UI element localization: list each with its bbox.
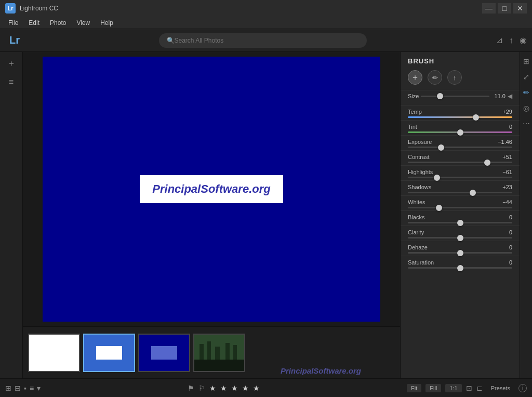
app-icon: Lr bbox=[5, 3, 16, 14]
tint-thumb[interactable] bbox=[457, 129, 463, 136]
share-icon[interactable]: ↑ bbox=[509, 36, 513, 45]
size-track[interactable] bbox=[421, 96, 489, 97]
library-icon[interactable]: ≡ bbox=[4, 75, 19, 89]
menu-help[interactable]: Help bbox=[96, 18, 117, 28]
split-icon[interactable]: ⊏ bbox=[476, 384, 483, 392]
fill-button[interactable]: Fill bbox=[425, 384, 441, 392]
saturation-label: Saturation bbox=[408, 259, 434, 266]
app-logo-text: Lr bbox=[8, 5, 14, 11]
blacks-thumb[interactable] bbox=[457, 220, 463, 226]
sort-icon[interactable]: ≡ bbox=[30, 384, 34, 392]
saturation-track[interactable] bbox=[408, 267, 512, 269]
menu-view[interactable]: View bbox=[72, 18, 94, 28]
bottom-left: ⊞ ⊟ ▪ ≡ ▾ bbox=[5, 384, 41, 392]
contrast-slider-row: Contrast +51 bbox=[401, 151, 520, 166]
titlebar-left: Lr Lightroom CC bbox=[5, 3, 58, 14]
blacks-label: Blacks bbox=[408, 214, 424, 220]
fit-button[interactable]: Fit bbox=[407, 384, 421, 392]
brush-erase-button[interactable]: ✏ bbox=[428, 70, 442, 85]
add-icon[interactable]: ＋ bbox=[4, 56, 19, 71]
sliders-icon[interactable]: ⊞ bbox=[521, 56, 531, 67]
brush-upload-button[interactable]: ↑ bbox=[447, 70, 462, 85]
temp-label: Temp bbox=[408, 109, 422, 115]
exposure-label: Exposure bbox=[408, 139, 432, 145]
menu-file[interactable]: File bbox=[4, 18, 22, 28]
tint-value: 0 bbox=[509, 124, 512, 130]
search-icon: 🔍 bbox=[167, 37, 175, 44]
image-overlay-text: PrincipalSoftware.org bbox=[140, 175, 283, 203]
temp-track[interactable] bbox=[408, 116, 512, 118]
blacks-slider-row: Blacks 0 bbox=[401, 211, 520, 226]
dehaze-thumb[interactable] bbox=[457, 250, 463, 256]
saturation-value: 0 bbox=[509, 259, 512, 266]
exposure-thumb[interactable] bbox=[438, 144, 444, 151]
flag-icon[interactable]: ⚑ bbox=[188, 384, 194, 392]
sort-arrow-icon[interactable]: ▾ bbox=[37, 384, 41, 392]
minimize-button[interactable]: — bbox=[482, 3, 496, 14]
titlebar: Lr Lightroom CC — □ ✕ bbox=[0, 0, 532, 17]
star-1[interactable]: ★ bbox=[209, 384, 216, 392]
blacks-value: 0 bbox=[509, 214, 512, 220]
brush-section: BRUSH ＋ ✏ ↑ Size 11.0 ◀ bbox=[401, 52, 520, 105]
exposure-track[interactable] bbox=[408, 147, 512, 148]
single-view-icon[interactable]: ▪ bbox=[24, 384, 26, 392]
compare-icon[interactable]: ⊡ bbox=[466, 384, 472, 392]
brush-add-button[interactable]: ＋ bbox=[408, 70, 422, 85]
highlights-slider-row: Highlights −61 bbox=[401, 166, 520, 181]
canvas-area: PrincipalSoftware.org bbox=[23, 52, 400, 326]
filter-icon[interactable]: ⊿ bbox=[496, 35, 503, 45]
dehaze-track[interactable] bbox=[408, 252, 512, 254]
star-2[interactable]: ★ bbox=[220, 384, 227, 392]
clarity-track[interactable] bbox=[408, 237, 512, 239]
thumb-forest-bg bbox=[194, 335, 244, 371]
grid-view-icon[interactable]: ⊞ bbox=[5, 384, 11, 392]
highlights-thumb[interactable] bbox=[434, 175, 440, 181]
info-icon[interactable]: i bbox=[518, 384, 527, 392]
whites-thumb[interactable] bbox=[436, 205, 442, 211]
brush-title: BRUSH bbox=[401, 52, 520, 68]
shadows-thumb[interactable] bbox=[470, 190, 476, 196]
shadows-track[interactable] bbox=[408, 192, 512, 193]
size-thumb[interactable] bbox=[437, 93, 443, 99]
more-icon[interactable]: ⋯ bbox=[521, 118, 531, 129]
filmstrip-thumb-2[interactable] bbox=[83, 334, 135, 372]
search-wrapper: 🔍 bbox=[34, 33, 491, 48]
tint-track[interactable] bbox=[408, 131, 512, 133]
highlights-label: Highlights bbox=[408, 169, 433, 175]
star-5[interactable]: ★ bbox=[253, 384, 260, 392]
filmstrip-thumb-1[interactable] bbox=[28, 334, 80, 372]
blacks-track[interactable] bbox=[408, 222, 512, 223]
whites-track[interactable] bbox=[408, 207, 512, 208]
highlights-track[interactable] bbox=[408, 177, 512, 178]
titlebar-title: Lightroom CC bbox=[20, 5, 58, 12]
healing-icon[interactable]: ◎ bbox=[521, 103, 531, 113]
star-4[interactable]: ★ bbox=[242, 384, 249, 392]
titlebar-controls: — □ ✕ bbox=[482, 3, 527, 14]
right-icons-strip: ⊞ ⤢ ✏ ◎ ⋯ bbox=[520, 52, 532, 378]
activity-icon[interactable]: ◉ bbox=[520, 35, 527, 45]
star-3[interactable]: ★ bbox=[231, 384, 238, 392]
menu-photo[interactable]: Photo bbox=[46, 18, 70, 28]
maximize-button[interactable]: □ bbox=[498, 3, 511, 14]
center-content: PrincipalSoftware.org bbox=[23, 52, 400, 378]
flag-empty-icon[interactable]: ⚐ bbox=[198, 384, 205, 392]
menu-edit[interactable]: Edit bbox=[24, 18, 44, 28]
search-input[interactable] bbox=[159, 33, 367, 48]
filmstrip-thumb-4[interactable] bbox=[193, 334, 245, 372]
size-value: 11.0 bbox=[495, 93, 506, 99]
bottom-toolbar: ⊞ ⊟ ▪ ≡ ▾ ⚑ ⚐ ★ ★ ★ ★ ★ Fit Fill 1:1 ⊡ ⊏… bbox=[0, 378, 532, 397]
clarity-thumb[interactable] bbox=[457, 235, 463, 241]
contrast-track[interactable] bbox=[408, 162, 512, 163]
temp-thumb[interactable] bbox=[473, 114, 479, 121]
presets-button[interactable]: Presets bbox=[487, 384, 514, 392]
ratio-button[interactable]: 1:1 bbox=[445, 384, 461, 392]
crop-icon[interactable]: ⤢ bbox=[521, 72, 531, 82]
size-arrow[interactable]: ◀ bbox=[508, 92, 512, 100]
brush-icon[interactable]: ✏ bbox=[521, 87, 531, 98]
filmstrip-thumb-3[interactable] bbox=[138, 334, 190, 372]
square-view-icon[interactable]: ⊟ bbox=[15, 384, 21, 392]
contrast-thumb[interactable] bbox=[484, 160, 490, 166]
saturation-thumb[interactable] bbox=[457, 265, 463, 271]
close-button[interactable]: ✕ bbox=[513, 3, 527, 14]
main-image: PrincipalSoftware.org bbox=[43, 57, 380, 322]
